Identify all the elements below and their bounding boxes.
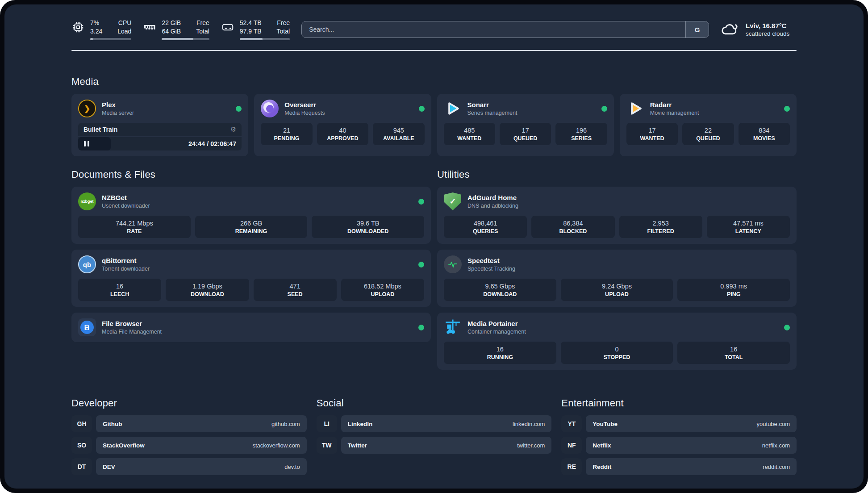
bookmark-reddit[interactable]: RE Redditreddit.com <box>561 458 797 475</box>
plex-icon: ❯ <box>78 100 96 117</box>
app-subtitle: Media server <box>102 110 230 116</box>
bookmark-abbr: SO <box>71 437 92 454</box>
stat-box: 834MOVIES <box>739 123 790 145</box>
app-title: Radarr <box>650 101 778 109</box>
cloud-icon <box>721 22 739 37</box>
stat-box: 1.19 GbpsDOWNLOAD <box>166 279 249 301</box>
app-subtitle: Container management <box>467 329 778 335</box>
stat-box: 485WANTED <box>444 123 495 145</box>
stat-box: 16RUNNING <box>444 342 556 364</box>
status-dot <box>418 262 424 267</box>
app-title: Sonarr <box>467 101 596 109</box>
stat-box: 39.6 TBDOWNLOADED <box>312 216 424 238</box>
nzbget-card[interactable]: nzbget NZBGet Usenet downloader 744.21 M… <box>71 187 431 244</box>
entertainment-heading: Entertainment <box>561 397 797 409</box>
stat-box: 0.993 msPING <box>677 279 790 301</box>
playback-time: 24:44 / 02:06:47 <box>188 140 242 147</box>
bookmark-stackoverflow[interactable]: SO StackOverflowstackoverflow.com <box>71 437 307 454</box>
cpu-progress-bar <box>90 38 131 40</box>
utilities-heading: Utilities <box>437 169 797 180</box>
app-title: AdGuard Home <box>467 194 778 201</box>
disk-free-label: Free <box>277 19 290 27</box>
stat-box: 196SERIES <box>555 123 607 145</box>
settings-icon[interactable]: ⚙ <box>230 125 236 134</box>
qbittorrent-icon: qb <box>78 255 96 273</box>
device-frame: 7% 3.24 CPU Load 22 GiB <box>0 0 868 493</box>
stat-box: 744.21 MbpsRATE <box>78 216 191 238</box>
bookmark-twitter[interactable]: TW Twittertwitter.com <box>317 437 552 454</box>
adguard-icon: ✓ <box>444 192 462 210</box>
status-dot <box>601 106 607 112</box>
weather-location-temp: Lviv, 16.87°C <box>746 22 789 29</box>
stat-box: 17QUEUED <box>500 123 551 145</box>
overseerr-icon <box>261 100 279 117</box>
bookmark-dev[interactable]: DT DEVdev.to <box>71 458 307 475</box>
cpu-usage-value: 7% <box>90 19 102 27</box>
portainer-card[interactable]: Media Portainer Container management 16R… <box>437 313 797 370</box>
app-subtitle: Media Requests <box>284 110 413 116</box>
radarr-card[interactable]: Radarr Movie management 17WANTED 22QUEUE… <box>620 94 797 156</box>
search-input[interactable] <box>302 21 685 38</box>
sonarr-card[interactable]: Sonarr Series management 485WANTED 17QUE… <box>437 94 614 156</box>
memory-icon <box>143 21 156 34</box>
stat-box: 945AVAILABLE <box>373 123 424 145</box>
social-heading: Social <box>317 397 552 409</box>
disk-total-value: 97.9 TB <box>240 27 262 36</box>
app-subtitle: Torrent downloader <box>102 266 413 272</box>
weather-condition: scattered clouds <box>746 30 789 37</box>
cpu-widget: 7% 3.24 CPU Load <box>71 19 131 41</box>
header-divider <box>71 50 797 51</box>
status-dot <box>419 106 425 112</box>
memory-total-label: Total <box>196 27 209 36</box>
bookmark-abbr: RE <box>561 458 582 475</box>
qbittorrent-card[interactable]: qb qBittorrent Torrent downloader 16LEEC… <box>71 250 431 307</box>
app-title: Media Portainer <box>467 320 778 327</box>
now-playing: Bullet Train ⚙ 24:44 / 02:06:47 <box>78 123 242 150</box>
bookmark-github[interactable]: GH Githubgithub.com <box>71 415 307 432</box>
stat-box: 22QUEUED <box>682 123 734 145</box>
bookmark-linkedin[interactable]: LI LinkedInlinkedin.com <box>317 415 552 432</box>
app-subtitle: Speedtest Tracking <box>467 266 778 272</box>
playback-progress-bar[interactable]: 24:44 / 02:06:47 <box>78 137 242 150</box>
app-subtitle: Media File Management <box>102 329 413 335</box>
radarr-icon <box>626 100 644 117</box>
stat-box: 2,953FILTERED <box>619 216 702 238</box>
disk-progress-bar <box>240 38 290 40</box>
disk-widget: 52.4 TB 97.9 TB Free Total <box>221 19 290 41</box>
stat-box: 618.52 MbpsUPLOAD <box>341 279 424 301</box>
status-dot <box>784 106 790 112</box>
stat-box: 47.571 msLATENCY <box>707 216 790 238</box>
media-heading: Media <box>71 76 797 88</box>
bookmark-youtube[interactable]: YT YouTubeyoutube.com <box>561 415 797 432</box>
stat-box: 9.24 GbpsUPLOAD <box>561 279 673 301</box>
cpu-load-value: 3.24 <box>90 27 102 36</box>
memory-widget: 22 GiB 64 GiB Free Total <box>143 19 209 41</box>
status-dot <box>418 199 424 205</box>
cpu-label: CPU <box>118 19 132 27</box>
bookmark-netflix[interactable]: NF Netflixnetflix.com <box>561 437 797 454</box>
stat-box: 471SEED <box>254 279 337 301</box>
plex-card[interactable]: ❯ Plex Media server Bullet Train ⚙ <box>71 94 248 156</box>
app-title: Plex <box>102 101 230 109</box>
developer-heading: Developer <box>71 397 307 409</box>
sonarr-icon <box>444 100 462 117</box>
adguard-card[interactable]: ✓ AdGuard Home DNS and adblocking 498,46… <box>437 187 797 244</box>
speedtest-card[interactable]: Speedtest Speedtest Tracking 9.65 GbpsDO… <box>437 250 797 307</box>
load-label: Load <box>117 27 131 36</box>
stat-box: 498,461QUERIES <box>444 216 527 238</box>
overseerr-card[interactable]: Overseerr Media Requests 21PENDING 40APP… <box>254 94 431 156</box>
disk-total-label: Total <box>277 27 290 36</box>
status-dot <box>784 325 790 330</box>
stat-box: 21PENDING <box>261 123 312 145</box>
bookmark-abbr: DT <box>71 458 92 475</box>
search-engine-button[interactable]: G <box>685 21 709 38</box>
now-playing-title: Bullet Train <box>83 126 117 133</box>
top-bar: 7% 3.24 CPU Load 22 GiB <box>71 18 797 41</box>
app-title: qBittorrent <box>102 257 413 264</box>
bookmark-abbr: TW <box>317 437 337 454</box>
bookmark-abbr: GH <box>71 415 92 432</box>
app-title: File Browser <box>102 320 413 327</box>
pause-button[interactable] <box>78 137 111 150</box>
stat-box: 17WANTED <box>626 123 678 145</box>
filebrowser-card[interactable]: File Browser Media File Management <box>71 313 431 342</box>
